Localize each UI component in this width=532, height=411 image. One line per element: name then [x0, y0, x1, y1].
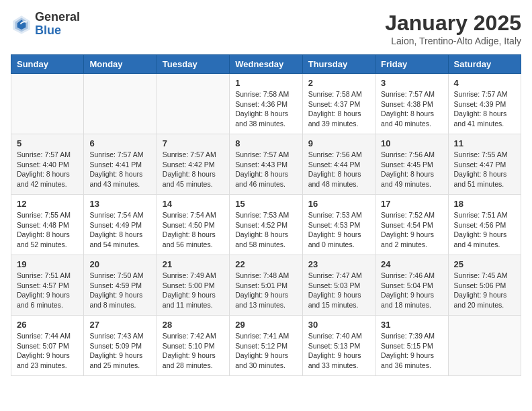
calendar-cell: 28Sunrise: 7:42 AM Sunset: 5:10 PM Dayli…	[157, 316, 229, 376]
day-number: 24	[381, 259, 442, 269]
page-header: General Blue January 2025 Laion, Trentin…	[11, 11, 521, 46]
calendar-cell: 2Sunrise: 7:58 AM Sunset: 4:37 PM Daylig…	[302, 74, 375, 134]
day-info: Sunrise: 7:39 AM Sunset: 5:15 PM Dayligh…	[381, 331, 442, 371]
day-info: Sunrise: 7:46 AM Sunset: 5:04 PM Dayligh…	[381, 271, 442, 310]
day-info: Sunrise: 7:54 AM Sunset: 4:49 PM Dayligh…	[89, 210, 150, 250]
calendar-cell: 22Sunrise: 7:48 AM Sunset: 5:01 PM Dayli…	[230, 255, 302, 316]
calendar-cell: 16Sunrise: 7:53 AM Sunset: 4:53 PM Dayli…	[302, 195, 375, 255]
day-number: 26	[17, 320, 78, 330]
weekday-header-monday: Monday	[84, 55, 157, 74]
calendar-cell	[84, 74, 157, 134]
day-info: Sunrise: 7:53 AM Sunset: 4:52 PM Dayligh…	[235, 210, 296, 250]
day-info: Sunrise: 7:49 AM Sunset: 5:00 PM Dayligh…	[163, 271, 224, 310]
calendar-cell: 30Sunrise: 7:40 AM Sunset: 5:13 PM Dayli…	[302, 316, 375, 376]
location-subtitle: Laion, Trentino-Alto Adige, Italy	[385, 36, 521, 46]
day-info: Sunrise: 7:57 AM Sunset: 4:38 PM Dayligh…	[381, 89, 442, 129]
day-info: Sunrise: 7:53 AM Sunset: 4:53 PM Dayligh…	[308, 210, 369, 250]
day-number: 5	[17, 138, 78, 148]
calendar-week-row: 26Sunrise: 7:44 AM Sunset: 5:07 PM Dayli…	[11, 316, 521, 376]
day-number: 3	[381, 78, 442, 88]
calendar-cell: 24Sunrise: 7:46 AM Sunset: 5:04 PM Dayli…	[375, 255, 448, 316]
calendar-cell: 6Sunrise: 7:57 AM Sunset: 4:41 PM Daylig…	[84, 134, 157, 195]
day-number: 14	[163, 199, 224, 209]
day-info: Sunrise: 7:57 AM Sunset: 4:41 PM Dayligh…	[89, 150, 150, 189]
day-number: 15	[235, 199, 296, 209]
calendar-cell: 23Sunrise: 7:47 AM Sunset: 5:03 PM Dayli…	[302, 255, 375, 316]
day-number: 19	[17, 259, 78, 269]
title-block: January 2025 Laion, Trentino-Alto Adige,…	[385, 11, 521, 46]
calendar-cell	[157, 74, 229, 134]
calendar-week-row: 1Sunrise: 7:58 AM Sunset: 4:36 PM Daylig…	[11, 74, 521, 134]
day-number: 30	[308, 320, 369, 330]
day-info: Sunrise: 7:56 AM Sunset: 4:44 PM Dayligh…	[308, 150, 369, 189]
calendar-cell: 27Sunrise: 7:43 AM Sunset: 5:09 PM Dayli…	[84, 316, 157, 376]
logo-general-text: General	[35, 11, 80, 24]
calendar-cell: 19Sunrise: 7:51 AM Sunset: 4:57 PM Dayli…	[11, 255, 84, 316]
day-info: Sunrise: 7:56 AM Sunset: 4:45 PM Dayligh…	[381, 150, 442, 189]
day-number: 7	[163, 138, 224, 148]
calendar-cell	[448, 316, 521, 376]
weekday-header-wednesday: Wednesday	[230, 55, 302, 74]
calendar-week-row: 19Sunrise: 7:51 AM Sunset: 4:57 PM Dayli…	[11, 255, 521, 316]
day-number: 2	[308, 78, 369, 88]
day-info: Sunrise: 7:55 AM Sunset: 4:47 PM Dayligh…	[454, 150, 515, 189]
calendar-cell: 14Sunrise: 7:54 AM Sunset: 4:50 PM Dayli…	[157, 195, 229, 255]
day-number: 16	[308, 199, 369, 209]
day-number: 25	[454, 259, 515, 269]
day-number: 22	[235, 259, 296, 269]
calendar-table: SundayMondayTuesdayWednesdayThursdayFrid…	[11, 54, 521, 376]
calendar-cell: 13Sunrise: 7:54 AM Sunset: 4:49 PM Dayli…	[84, 195, 157, 255]
calendar-week-row: 12Sunrise: 7:55 AM Sunset: 4:48 PM Dayli…	[11, 195, 521, 255]
calendar-cell: 29Sunrise: 7:41 AM Sunset: 5:12 PM Dayli…	[230, 316, 302, 376]
day-info: Sunrise: 7:48 AM Sunset: 5:01 PM Dayligh…	[235, 271, 296, 310]
logo-blue-text: Blue	[35, 24, 80, 38]
day-info: Sunrise: 7:55 AM Sunset: 4:48 PM Dayligh…	[17, 210, 78, 250]
day-number: 27	[89, 320, 150, 330]
calendar-cell: 12Sunrise: 7:55 AM Sunset: 4:48 PM Dayli…	[11, 195, 84, 255]
day-info: Sunrise: 7:57 AM Sunset: 4:42 PM Dayligh…	[163, 150, 224, 189]
calendar-cell: 11Sunrise: 7:55 AM Sunset: 4:47 PM Dayli…	[448, 134, 521, 195]
day-info: Sunrise: 7:57 AM Sunset: 4:39 PM Dayligh…	[454, 89, 515, 129]
calendar-cell: 26Sunrise: 7:44 AM Sunset: 5:07 PM Dayli…	[11, 316, 84, 376]
calendar-cell: 21Sunrise: 7:49 AM Sunset: 5:00 PM Dayli…	[157, 255, 229, 316]
day-info: Sunrise: 7:50 AM Sunset: 4:59 PM Dayligh…	[89, 271, 150, 310]
calendar-cell: 7Sunrise: 7:57 AM Sunset: 4:42 PM Daylig…	[157, 134, 229, 195]
calendar-cell: 18Sunrise: 7:51 AM Sunset: 4:56 PM Dayli…	[448, 195, 521, 255]
day-info: Sunrise: 7:45 AM Sunset: 5:06 PM Dayligh…	[454, 271, 515, 310]
calendar-cell: 4Sunrise: 7:57 AM Sunset: 4:39 PM Daylig…	[448, 74, 521, 134]
day-info: Sunrise: 7:57 AM Sunset: 4:40 PM Dayligh…	[17, 150, 78, 189]
calendar-cell: 31Sunrise: 7:39 AM Sunset: 5:15 PM Dayli…	[375, 316, 448, 376]
day-number: 23	[308, 259, 369, 269]
day-number: 28	[163, 320, 224, 330]
day-number: 17	[381, 199, 442, 209]
day-number: 20	[89, 259, 150, 269]
day-info: Sunrise: 7:54 AM Sunset: 4:50 PM Dayligh…	[163, 210, 224, 250]
day-info: Sunrise: 7:52 AM Sunset: 4:54 PM Dayligh…	[381, 210, 442, 250]
day-number: 13	[89, 199, 150, 209]
day-info: Sunrise: 7:51 AM Sunset: 4:57 PM Dayligh…	[17, 271, 78, 310]
weekday-header-tuesday: Tuesday	[157, 55, 229, 74]
day-number: 21	[163, 259, 224, 269]
weekday-header-row: SundayMondayTuesdayWednesdayThursdayFrid…	[11, 55, 521, 74]
weekday-header-saturday: Saturday	[448, 55, 521, 74]
day-info: Sunrise: 7:41 AM Sunset: 5:12 PM Dayligh…	[235, 331, 296, 371]
day-info: Sunrise: 7:43 AM Sunset: 5:09 PM Dayligh…	[89, 331, 150, 371]
calendar-cell: 10Sunrise: 7:56 AM Sunset: 4:45 PM Dayli…	[375, 134, 448, 195]
day-info: Sunrise: 7:51 AM Sunset: 4:56 PM Dayligh…	[454, 210, 515, 250]
day-number: 9	[308, 138, 369, 148]
day-info: Sunrise: 7:58 AM Sunset: 4:36 PM Dayligh…	[235, 89, 296, 129]
day-number: 29	[235, 320, 296, 330]
month-title: January 2025	[385, 11, 521, 36]
day-number: 12	[17, 199, 78, 209]
calendar-cell: 20Sunrise: 7:50 AM Sunset: 4:59 PM Dayli…	[84, 255, 157, 316]
calendar-week-row: 5Sunrise: 7:57 AM Sunset: 4:40 PM Daylig…	[11, 134, 521, 195]
calendar-cell	[11, 74, 84, 134]
weekday-header-sunday: Sunday	[11, 55, 84, 74]
calendar-cell: 25Sunrise: 7:45 AM Sunset: 5:06 PM Dayli…	[448, 255, 521, 316]
calendar-cell: 5Sunrise: 7:57 AM Sunset: 4:40 PM Daylig…	[11, 134, 84, 195]
day-number: 18	[454, 199, 515, 209]
calendar-cell: 9Sunrise: 7:56 AM Sunset: 4:44 PM Daylig…	[302, 134, 375, 195]
logo-icon	[11, 13, 32, 35]
calendar-cell: 17Sunrise: 7:52 AM Sunset: 4:54 PM Dayli…	[375, 195, 448, 255]
weekday-header-thursday: Thursday	[302, 55, 375, 74]
